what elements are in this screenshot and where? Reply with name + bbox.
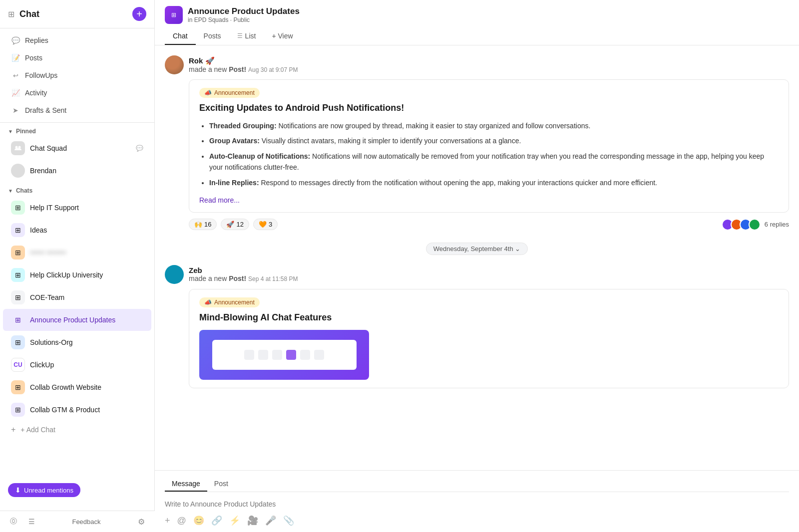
zeb-name: Zeb: [189, 266, 202, 274]
sidebar-item-ideas[interactable]: ⊞ Ideas: [3, 219, 151, 241]
sidebar-item-blurred[interactable]: ⊞ •••••• ••••••••: [3, 242, 151, 264]
tab-posts-label: Posts: [204, 32, 221, 40]
announce-icon: ⊞: [11, 313, 25, 327]
sidebar-item-solutions-org[interactable]: ⊞ Solutions-Org: [3, 331, 151, 353]
help-icon[interactable]: ⓪: [8, 516, 19, 527]
link-tool[interactable]: 🔗: [211, 515, 222, 526]
date-badge[interactable]: Wednesday, September 4th ⌄: [426, 243, 528, 255]
tab-posts[interactable]: Posts: [196, 28, 229, 45]
emoji-tool[interactable]: 😊: [193, 515, 204, 526]
message-input[interactable]: [165, 497, 789, 511]
coe-team-name: COE-Team: [30, 293, 143, 301]
add-icon: +: [11, 425, 15, 434]
sidebar-nav: 💬 Replies 📝 Posts ↩︎ FollowUps 📈 Activit…: [0, 28, 154, 123]
add-tool[interactable]: +: [165, 516, 170, 526]
sidebar-item-followups[interactable]: ↩︎ FollowUps: [3, 67, 151, 84]
message-group-1: Rok 🚀 made a new Post! Aug 30 at 9:07 PM…: [165, 55, 789, 231]
chats-section-header[interactable]: ▼ Chats: [0, 182, 154, 196]
message-header-2: Zeb made a new Post! Sep 4 at 11:58 PM: [165, 265, 789, 284]
announcement-badge-2: 📣 Announcement: [199, 297, 260, 307]
replies-icon: 💬: [11, 36, 20, 45]
sidebar-item-collab-gtm[interactable]: ⊞ Collab GTM & Product: [3, 399, 151, 421]
add-chat-label: + Add Chat: [20, 426, 143, 434]
reaction-1-emoji: 🙌: [194, 221, 202, 228]
help-it-icon: ⊞: [11, 201, 25, 215]
bullet-3: Auto-Cleanup of Notifications: Notificat…: [209, 151, 779, 173]
attach-tool[interactable]: 📎: [283, 515, 294, 526]
sidebar-item-posts[interactable]: 📝 Posts: [3, 49, 151, 66]
help-clickup-name: Help ClickUp University: [30, 271, 143, 279]
bullet-4: In-line Replies: Respond to messages dir…: [209, 177, 779, 188]
reactions-group-1: 🙌 16 🚀 12 🧡 3: [189, 219, 278, 230]
zeb-action: made a new Post!: [189, 274, 248, 282]
input-toolbar: + @ 😊 🔗 ⚡ 🎥 🎤 📎: [165, 515, 789, 526]
footer-icons: ⓪ ☰: [8, 516, 37, 527]
clickup-icon: CU: [11, 358, 25, 372]
post-image-inner: [212, 340, 357, 370]
messages-area: Rok 🚀 made a new Post! Aug 30 at 9:07 PM…: [155, 45, 799, 470]
add-chat-button[interactable]: +: [132, 7, 146, 21]
tab-chat-label: Chat: [173, 32, 188, 40]
unread-mentions-button[interactable]: ⬇ Unread mentions: [8, 483, 80, 497]
brendan-avatar: [11, 164, 25, 178]
rok-name: Rok 🚀: [189, 56, 215, 65]
replies-count-1: 6 replies: [765, 221, 789, 228]
video-tool[interactable]: 🎥: [247, 515, 258, 526]
input-tab-message[interactable]: Message: [165, 477, 207, 492]
input-tab-post[interactable]: Post: [207, 477, 235, 492]
chat-squad-name: Chat Squad: [30, 144, 131, 152]
settings-icon[interactable]: ⚙: [136, 516, 147, 527]
coe-team-icon: ⊞: [11, 290, 25, 304]
sidebar-item-brendan[interactable]: Brendan: [3, 160, 151, 182]
sidebar-item-help-clickup[interactable]: ⊞ Help ClickUp University: [3, 264, 151, 286]
add-chat-item[interactable]: + + Add Chat: [3, 421, 151, 438]
tab-chat[interactable]: Chat: [165, 28, 196, 45]
date-divider: Wednesday, September 4th ⌄: [165, 243, 789, 255]
mic-tool[interactable]: 🎤: [265, 515, 276, 526]
mention-tool[interactable]: @: [177, 516, 186, 526]
ideas-name: Ideas: [30, 226, 143, 234]
sidebar-item-coe-team[interactable]: ⊞ COE-Team: [3, 286, 151, 308]
sidebar-header: ⊞ Chat +: [0, 0, 154, 28]
sidebar-content: ▼ Pinned Chat Squad 💬 Brendan ▼ Chats ⊞ …: [0, 123, 154, 532]
pinned-section-header[interactable]: ▼ Pinned: [0, 123, 154, 137]
announcement-icon-2: 📣: [204, 299, 212, 306]
date-text: Wednesday, September 4th ⌄: [433, 245, 521, 253]
reaction-1[interactable]: 🙌 16: [189, 219, 217, 230]
blurred-name: •••••• ••••••••: [30, 249, 143, 257]
bullet-1: Threaded Grouping: Notifications are now…: [209, 120, 779, 131]
announcement-icon-1: 📣: [204, 89, 212, 96]
reaction-3[interactable]: 🧡 3: [253, 219, 278, 230]
zeb-avatar: [165, 265, 184, 284]
sidebar-item-activity[interactable]: 📈 Activity: [3, 84, 151, 101]
announcement-text-1: Announcement: [214, 89, 255, 96]
sidebar-item-drafts[interactable]: ➤ Drafts & Sent: [3, 102, 151, 119]
sidebar-menu-icon[interactable]: ⊞: [8, 9, 14, 19]
sidebar-item-collab-growth[interactable]: ⊞ Collab Growth Website: [3, 376, 151, 398]
unread-mentions-label: Unread mentions: [24, 487, 73, 494]
action-tool[interactable]: ⚡: [229, 515, 240, 526]
sidebar-item-clickup[interactable]: CU ClickUp: [3, 354, 151, 376]
sidebar-item-help-it[interactable]: ⊞ Help IT Support: [3, 197, 151, 219]
reaction-1-count: 16: [204, 221, 211, 228]
read-more-link-1[interactable]: Read more...: [199, 196, 240, 204]
list-icon[interactable]: ☰: [26, 516, 37, 527]
sidebar-item-replies[interactable]: 💬 Replies: [3, 32, 151, 49]
announcement-badge-1: 📣 Announcement: [199, 88, 260, 98]
post-card-1: 📣 Announcement Exciting Updates to Andro…: [189, 79, 789, 213]
solutions-org-icon: ⊞: [11, 335, 25, 349]
svg-point-0: [15, 146, 18, 149]
reaction-2[interactable]: 🚀 12: [221, 219, 249, 230]
bullet-2: Group Avatars: Visually distinct avatars…: [209, 135, 779, 146]
tab-view[interactable]: + View: [264, 28, 301, 45]
sidebar-title: Chat: [19, 9, 39, 19]
tab-list[interactable]: ☰ List: [229, 28, 264, 45]
drafts-icon: ➤: [11, 106, 20, 115]
drafts-label: Drafts & Sent: [25, 106, 66, 114]
sidebar-item-announce[interactable]: ⊞ Announce Product Updates: [3, 309, 151, 331]
post-title-2: Mind-Blowing AI Chat Features: [199, 312, 779, 323]
sidebar-item-chat-squad[interactable]: Chat Squad 💬: [3, 137, 151, 159]
replies-group-1[interactable]: 6 replies: [722, 219, 789, 231]
svg-point-1: [18, 146, 21, 149]
channel-name: Announce Product Updates: [188, 6, 300, 16]
